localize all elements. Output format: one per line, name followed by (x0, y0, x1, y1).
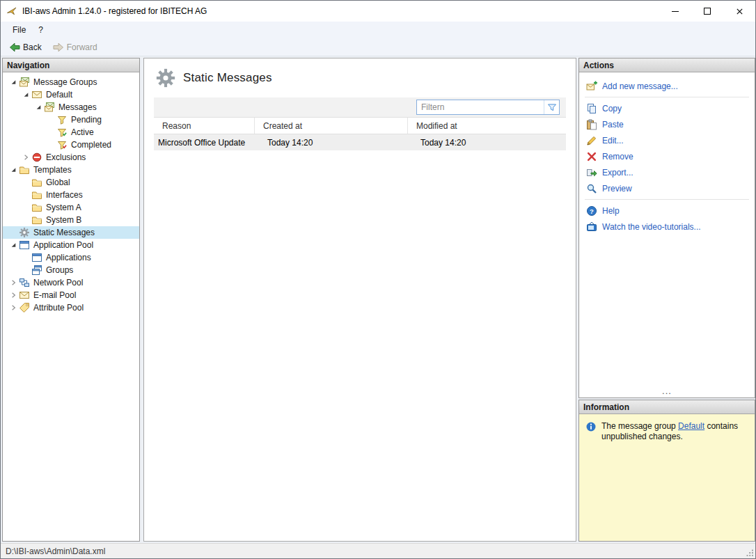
window-title: IBI-aws Admin 1.24.0 - registered for IB… (22, 6, 207, 16)
action-edit[interactable]: Edit... (579, 132, 755, 148)
tree-item-groups[interactable]: Groups (3, 264, 139, 276)
app-icon (6, 6, 17, 17)
statusbar: D:\IBI-aws\Admin\Data.xml (1, 543, 755, 558)
back-button[interactable]: Back (5, 40, 46, 54)
action-remove[interactable]: Remove (579, 148, 755, 164)
tree-item-interfaces[interactable]: Interfaces (3, 189, 139, 201)
close-button[interactable] (723, 1, 755, 22)
attribute-pool-icon (19, 302, 30, 313)
action-export-label: Export... (602, 168, 633, 178)
titlebar: IBI-aws Admin 1.24.0 - registered for IB… (1, 1, 755, 22)
preview-magnifier-icon (586, 183, 597, 194)
copy-icon (586, 103, 597, 114)
collapse-arrow-icon[interactable] (8, 277, 19, 288)
column-header-reason[interactable]: Reason (154, 118, 255, 134)
table-row[interactable]: Microsoft Office Update Today 14:20 Toda… (154, 134, 566, 150)
tree-item-messages[interactable]: Messages (3, 101, 139, 113)
action-copy-label: Copy (602, 104, 622, 113)
exclusions-icon (31, 152, 42, 163)
gear-icon (19, 227, 30, 238)
folder-icon (31, 189, 42, 200)
tree-item-active[interactable]: Active (3, 126, 139, 139)
minimize-button[interactable] (659, 1, 691, 22)
tree-item-completed[interactable]: Completed (3, 139, 139, 151)
tree-item-system-a[interactable]: System A (3, 201, 139, 214)
expand-arrow-icon[interactable] (21, 89, 31, 100)
action-remove-label: Remove (602, 152, 633, 162)
action-add-new-message[interactable]: Add new message... (579, 78, 755, 94)
action-paste-label: Paste (602, 120, 624, 129)
static-messages-gear-icon (155, 68, 176, 88)
action-preview-label: Preview (602, 184, 632, 194)
cell-modified-at: Today 14:20 (412, 138, 566, 148)
tree-item-templates[interactable]: Templates (3, 164, 139, 176)
tree-item-global[interactable]: Global (3, 176, 139, 189)
tree-item-applications[interactable]: Applications (3, 251, 139, 264)
menu-file[interactable]: File (6, 23, 32, 37)
help-icon (586, 205, 597, 216)
message-groups-icon (19, 77, 30, 88)
edit-pencil-icon (586, 135, 597, 146)
action-export[interactable]: Export... (579, 164, 755, 180)
filter-pending-icon (56, 114, 68, 125)
folder-icon (31, 177, 42, 188)
message-group-icon (31, 89, 42, 100)
workspace: Navigation Message Groups Default Messag… (1, 56, 755, 543)
tree-item-attribute-pool[interactable]: Attribute Pool (3, 301, 139, 314)
tree-item-system-b[interactable]: System B (3, 214, 139, 226)
minimize-icon (672, 11, 679, 12)
toolbar: Back Forward (1, 38, 755, 56)
expand-arrow-icon[interactable] (8, 77, 19, 88)
navigation-panel: Navigation Message Groups Default Messag… (2, 58, 140, 542)
column-header-modified-at[interactable]: Modified at (408, 118, 566, 134)
filter-button[interactable] (544, 100, 559, 114)
tree-item-application-pool[interactable]: Application Pool (3, 239, 139, 251)
expand-arrow-icon[interactable] (8, 239, 19, 251)
menu-help[interactable]: ? (32, 23, 49, 37)
messages-table: Reason Created at Modified at Microsoft … (154, 97, 566, 150)
actions-panel: Actions Add new message... Copy Paste (578, 58, 755, 398)
cell-reason: Microsoft Office Update (154, 138, 259, 148)
tree-item-static-messages[interactable]: Static Messages (3, 226, 139, 239)
action-help[interactable]: Help (579, 203, 755, 219)
tree-item-pending[interactable]: Pending (3, 113, 139, 126)
collapse-arrow-icon[interactable] (8, 290, 19, 301)
default-group-link[interactable]: Default (678, 421, 704, 431)
expand-arrow-icon[interactable] (33, 102, 44, 113)
forward-button[interactable]: Forward (49, 40, 102, 54)
page-header: Static Messages (144, 58, 576, 97)
resize-grip-icon[interactable] (746, 549, 754, 557)
information-text-before: The message group (601, 421, 678, 431)
action-video-tutorials[interactable]: Watch the video-tutorials... (579, 219, 755, 235)
filter-active-icon (56, 127, 68, 138)
tree-item-email-pool[interactable]: E-mail Pool (3, 289, 139, 301)
actions-header: Actions (579, 58, 755, 72)
window-controls (659, 1, 755, 22)
statusbar-path: D:\IBI-aws\Admin\Data.xml (6, 546, 105, 556)
action-preview[interactable]: Preview (579, 180, 755, 196)
table-header-row: Reason Created at Modified at (154, 117, 566, 134)
app-window: IBI-aws Admin 1.24.0 - registered for IB… (0, 0, 756, 559)
actions-overflow-gripper[interactable]: ... (579, 388, 755, 397)
information-panel: Information The message group Default co… (578, 400, 755, 542)
video-tutorials-tv-icon (586, 221, 597, 233)
action-edit-label: Edit... (602, 136, 624, 145)
collapse-arrow-icon[interactable] (8, 302, 19, 313)
applications-icon (31, 252, 42, 263)
tree-item-message-groups[interactable]: Message Groups (3, 76, 139, 88)
filter-input[interactable] (417, 101, 544, 113)
remove-icon (586, 151, 597, 162)
folder-icon (31, 202, 42, 213)
action-help-label: Help (602, 206, 620, 216)
tree-item-network-pool[interactable]: Network Pool (3, 276, 139, 289)
cell-created-at: Today 14:20 (259, 138, 412, 148)
tree-item-exclusions[interactable]: Exclusions (3, 151, 139, 164)
action-copy[interactable]: Copy (579, 100, 755, 116)
action-paste[interactable]: Paste (579, 116, 755, 132)
expand-arrow-icon[interactable] (8, 164, 19, 175)
collapse-arrow-icon[interactable] (21, 152, 31, 163)
maximize-button[interactable] (691, 1, 723, 22)
forward-arrow-icon (53, 42, 64, 53)
tree-item-default[interactable]: Default (3, 88, 139, 101)
column-header-created-at[interactable]: Created at (255, 118, 408, 134)
